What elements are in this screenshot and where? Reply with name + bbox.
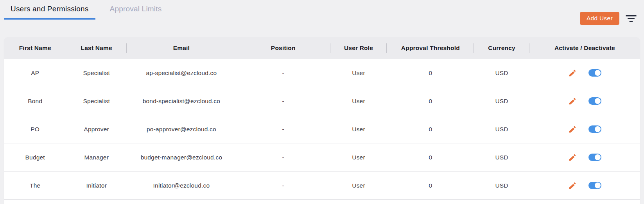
cell-last-name: Approver (66, 126, 127, 133)
tab-bar: Users and Permissions Approval Limits (0, 0, 644, 20)
cell-approval-threshold: 0 (387, 70, 474, 77)
activate-toggle[interactable] (588, 154, 601, 161)
cell-first-name: Budget (4, 154, 66, 161)
users-table: First Name Last Name Email Position User… (4, 37, 640, 204)
cell-position: - (236, 70, 330, 77)
table-row: PO Approver po-approver@ezcloud.co - Use… (4, 115, 640, 143)
cell-email: bond-specialist@ezcloud.co (127, 98, 236, 105)
activate-toggle[interactable] (588, 125, 601, 133)
cell-first-name: PO (4, 126, 66, 133)
cell-actions (529, 97, 640, 106)
cell-last-name: Specialist (66, 98, 127, 105)
cell-approval-threshold: 0 (387, 126, 474, 133)
top-bar: Users and Permissions Approval Limits Ad… (0, 0, 644, 37)
cell-currency: USD (474, 154, 529, 161)
toolbar-actions: Add User (580, 12, 637, 25)
cell-currency: USD (474, 98, 529, 105)
cell-approval-threshold: 0 (387, 98, 474, 105)
table-row: AP Specialist ap-specialist@ezcloud.co -… (4, 59, 640, 87)
cell-approval-threshold: 0 (387, 182, 474, 189)
add-user-button[interactable]: Add User (580, 12, 619, 25)
cell-actions (529, 181, 640, 190)
column-header-position: Position (236, 45, 330, 52)
cell-email: po-approver@ezcloud.co (127, 126, 236, 133)
edit-pencil-icon[interactable] (568, 181, 577, 190)
cell-currency: USD (474, 70, 529, 77)
activate-toggle[interactable] (588, 97, 601, 105)
column-header-first-name: First Name (4, 45, 66, 52)
activate-toggle[interactable] (588, 69, 601, 77)
cell-actions (529, 153, 640, 162)
cell-email: budget-manager@ezcloud.co (127, 154, 236, 161)
cell-last-name: Initiator (66, 182, 127, 189)
cell-first-name: Bond (4, 98, 66, 105)
cell-email: Initiator@ezcloud.co (127, 182, 236, 189)
cell-position: - (236, 126, 330, 133)
cell-last-name: Specialist (66, 70, 127, 77)
cell-user-role: User (330, 98, 387, 105)
table-row: The Initiator Initiator@ezcloud.co - Use… (4, 172, 640, 200)
cell-first-name: The (4, 182, 66, 189)
column-header-approval-threshold: Approval Threshold (387, 45, 474, 52)
cell-user-role: User (330, 126, 387, 133)
edit-pencil-icon[interactable] (568, 97, 577, 106)
cell-user-role: User (330, 154, 387, 161)
column-header-user-role: User Role (330, 45, 387, 52)
column-header-email: Email (127, 45, 236, 52)
filter-icon[interactable] (626, 14, 637, 22)
table-body: AP Specialist ap-specialist@ezcloud.co -… (4, 59, 640, 200)
cell-position: - (236, 154, 330, 161)
cell-position: - (236, 182, 330, 189)
tab-approval-limits[interactable]: Approval Limits (103, 5, 169, 20)
cell-approval-threshold: 0 (387, 154, 474, 161)
cell-currency: USD (474, 182, 529, 189)
column-header-last-name: Last Name (66, 45, 127, 52)
tab-users-and-permissions[interactable]: Users and Permissions (4, 5, 95, 20)
cell-last-name: Manager (66, 154, 127, 161)
cell-position: - (236, 98, 330, 105)
edit-pencil-icon[interactable] (568, 153, 577, 162)
edit-pencil-icon[interactable] (568, 69, 577, 77)
table-header: First Name Last Name Email Position User… (4, 37, 640, 59)
cell-actions (529, 69, 640, 77)
cell-first-name: AP (4, 70, 66, 77)
cell-user-role: User (330, 182, 387, 189)
column-header-currency: Currency (474, 45, 529, 52)
edit-pencil-icon[interactable] (568, 125, 577, 134)
cell-user-role: User (330, 70, 387, 77)
cell-actions (529, 125, 640, 134)
cell-currency: USD (474, 126, 529, 133)
table-row: Bond Specialist bond-specialist@ezcloud.… (4, 87, 640, 115)
activate-toggle[interactable] (588, 182, 601, 189)
column-header-activate-deactivate: Activate / Deactivate (529, 45, 640, 52)
cell-email: ap-specialist@ezcloud.co (127, 70, 236, 77)
table-row: Budget Manager budget-manager@ezcloud.co… (4, 143, 640, 172)
